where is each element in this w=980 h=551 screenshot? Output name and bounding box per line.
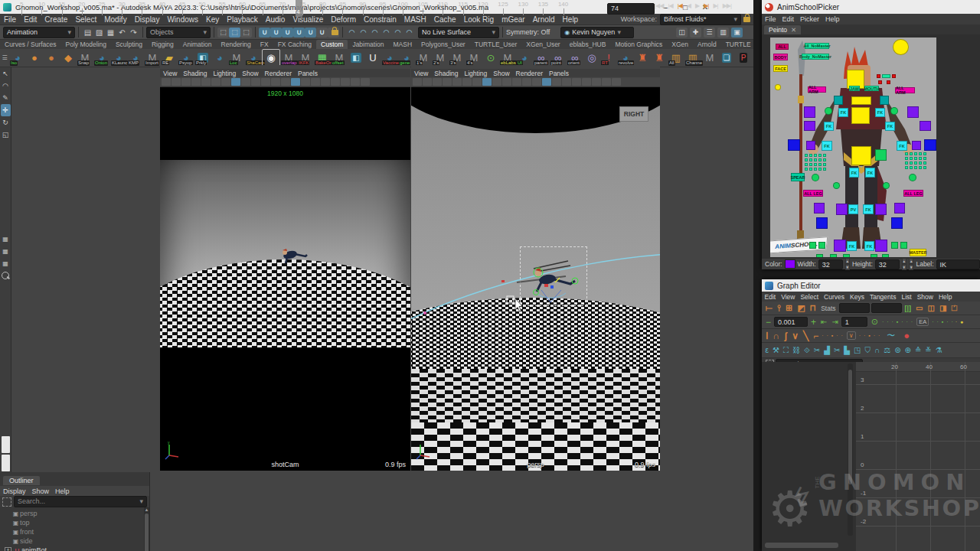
graph-view-icon-0[interactable]: ▭ xyxy=(914,304,924,312)
picker-finger-button-1-2-4[interactable] xyxy=(923,161,926,165)
picker-titlebar[interactable]: AnimSchoolPicker xyxy=(762,0,980,14)
go-to-start-button[interactable]: |◀◀ xyxy=(652,2,665,9)
picker-menu-edit[interactable]: Edit xyxy=(779,15,798,23)
expander-icon[interactable]: + xyxy=(5,547,11,551)
picker-finger-button-0-3-2[interactable] xyxy=(814,168,817,171)
isolate-icon[interactable]: [|] xyxy=(903,305,913,312)
tangent-type-icon-4[interactable]: ╲ xyxy=(802,331,810,341)
render-icon[interactable]: ◫ xyxy=(676,28,688,37)
picker-menu-help[interactable]: Help xyxy=(822,15,843,23)
picker-button-body-2[interactable]: BODY xyxy=(773,54,788,60)
shelf-item-RE[interactable]: ▰RE xyxy=(161,50,178,66)
height-spinner[interactable]: ▴▾ xyxy=(902,258,906,270)
toolbox-move-tool[interactable]: ✛ xyxy=(1,104,11,116)
viewport-toolbar-icon-6[interactable] xyxy=(472,78,482,86)
picker-button-25[interactable] xyxy=(804,106,815,118)
viewport-toolbar-icon-5[interactable] xyxy=(211,78,220,86)
picker-finger-button-1-2-1[interactable] xyxy=(910,161,913,165)
buffer-curve-icon-0[interactable]: ε xyxy=(764,346,769,354)
viewport-toolbar-icon-6[interactable] xyxy=(221,78,230,86)
shelf-tab-polygons-user[interactable]: Polygons_User xyxy=(416,40,470,49)
select-object-icon[interactable]: ⬚ xyxy=(229,28,240,37)
ge-value-field[interactable]: 0.001 xyxy=(774,317,808,327)
viewport-toolbar-icon-5[interactable] xyxy=(462,78,472,86)
playhead[interactable]: 74 xyxy=(296,0,302,17)
shelf-item-1's[interactable]: M1's xyxy=(415,50,432,66)
shelf-item-Loc[interactable]: MLoc xyxy=(228,50,245,66)
picker-button-54[interactable] xyxy=(816,217,828,229)
picker-finger-button-1-1-3[interactable] xyxy=(919,157,922,160)
viewport-toolbar-icon-14[interactable] xyxy=(552,78,561,86)
layout-split[interactable]: ▦ xyxy=(1,257,11,269)
ge-slider-5[interactable]: · · ▪ · · xyxy=(859,333,881,338)
picker-button-12[interactable] xyxy=(877,74,880,78)
picker-finger-button-0-2-4[interactable] xyxy=(823,163,826,166)
picker-button-19[interactable] xyxy=(851,96,871,105)
picker-button-fk-51[interactable]: FK xyxy=(863,204,874,214)
picker-finger-button-1-1-4[interactable] xyxy=(923,157,926,160)
picker-button-23[interactable] xyxy=(825,107,832,115)
viewport-toolbar-icon-3[interactable] xyxy=(443,78,452,86)
picker-button-fk-20[interactable]: FK xyxy=(838,108,848,117)
picker-button-all-leg-46[interactable]: ALL LEG xyxy=(803,190,823,197)
picker-button-all-arm-7[interactable]: ALL ARM xyxy=(808,86,826,93)
picker-button-68[interactable] xyxy=(882,254,889,257)
buffer-curve-icon-15[interactable]: ≙ xyxy=(913,346,922,354)
shelf-item-Vaccine[interactable]: ◕Vaccine xyxy=(381,50,398,66)
picker-button-15[interactable] xyxy=(878,80,882,84)
graph-menu-list[interactable]: List xyxy=(899,293,914,301)
viewport-toolbar-icon-16[interactable] xyxy=(321,78,330,86)
shelf-tab-xgen[interactable]: XGen xyxy=(667,40,693,49)
picker-button-61[interactable] xyxy=(875,240,887,252)
play-forwards-button[interactable]: ▶ xyxy=(693,2,701,9)
color-swatch[interactable] xyxy=(785,259,795,269)
render-settings-icon[interactable]: ☰ xyxy=(704,28,715,37)
select-component-icon[interactable]: ⬚ xyxy=(240,28,252,37)
ge-infinity-curve-icon[interactable]: 〜 xyxy=(882,330,900,341)
viewport-toolbar-icon-2[interactable] xyxy=(181,78,191,86)
tab-close-icon[interactable]: ✕ xyxy=(791,26,796,34)
redo-icon[interactable]: ↷ xyxy=(128,28,139,37)
buffer-curve-icon-5[interactable]: ✂ xyxy=(812,346,821,354)
viewport-toolbar-icon-7[interactable] xyxy=(231,78,240,86)
shelf-item-icon-2[interactable]: ● xyxy=(43,50,60,66)
shelf-item-point[interactable]: ∞point xyxy=(550,50,567,66)
picker-finger-button-1-2-0[interactable] xyxy=(905,161,908,165)
viewport-toolbar-icon-17[interactable] xyxy=(582,78,591,86)
display-layers-icon[interactable]: ▥ xyxy=(717,28,729,37)
viewport-toolbar-icon-0[interactable] xyxy=(162,78,171,86)
viewport-toolbar-icon-8[interactable] xyxy=(492,78,501,86)
picker-button-49[interactable] xyxy=(836,204,848,215)
curve-icon-2[interactable]: ◠ xyxy=(358,28,369,37)
viewport-toolbar-icon-17[interactable] xyxy=(331,78,340,86)
viewport-toolbar-icon-15[interactable] xyxy=(562,78,571,86)
picker-button-fk-39[interactable]: FK xyxy=(849,168,859,178)
shelf-item-icon-15[interactable]: ◉ xyxy=(262,49,280,67)
tangent-type-icon-0[interactable]: Ⅰ xyxy=(764,331,770,341)
zoom-tool[interactable] xyxy=(1,269,11,282)
picker-button-6[interactable] xyxy=(775,84,781,90)
curve-icon-1[interactable]: ◠ xyxy=(346,28,358,37)
panel-menu-show[interactable]: Show xyxy=(490,70,512,77)
panel-menu-shading[interactable]: Shading xyxy=(180,70,210,77)
toolbox-lasso-tool[interactable]: ◠ xyxy=(1,80,11,92)
picker-finger-button-0-3-4[interactable] xyxy=(823,168,826,171)
shelf-item-RT[interactable]: !RT xyxy=(600,50,617,66)
shelf-item-Snap[interactable]: MSnap xyxy=(77,50,93,66)
shelf-item-2's[interactable]: M2's xyxy=(432,50,449,66)
shelf-item-BakeOn[interactable]: ▦BakeOn xyxy=(314,50,331,66)
buffer-curve-icon-14[interactable]: ⊕ xyxy=(903,346,912,354)
viewport-toolbar-icon-2[interactable] xyxy=(433,78,442,86)
picker-button-mouth-11[interactable]: MOUTH xyxy=(864,86,879,91)
tangent-type-icon-2[interactable]: ʃ xyxy=(782,331,789,341)
picker-finger-button-0-0-0[interactable] xyxy=(805,154,808,157)
viewport-toolbar-icon-13[interactable] xyxy=(291,78,300,86)
viewport-toolbar-icon-10[interactable] xyxy=(261,78,270,86)
symmetry-label[interactable]: Symmetry: Off xyxy=(506,28,550,36)
picker-button-jaw-10[interactable]: JAW xyxy=(849,86,860,91)
ge-ea-chip[interactable]: EA xyxy=(916,318,929,326)
shelf-item-UI[interactable]: ◕UI xyxy=(516,50,533,66)
tangent-type-icon-1[interactable]: ∩ xyxy=(772,331,782,341)
picker-button-master-69[interactable]: MASTER xyxy=(910,249,926,256)
graph-editor-titlebar[interactable]: Graph Editor xyxy=(762,279,980,292)
